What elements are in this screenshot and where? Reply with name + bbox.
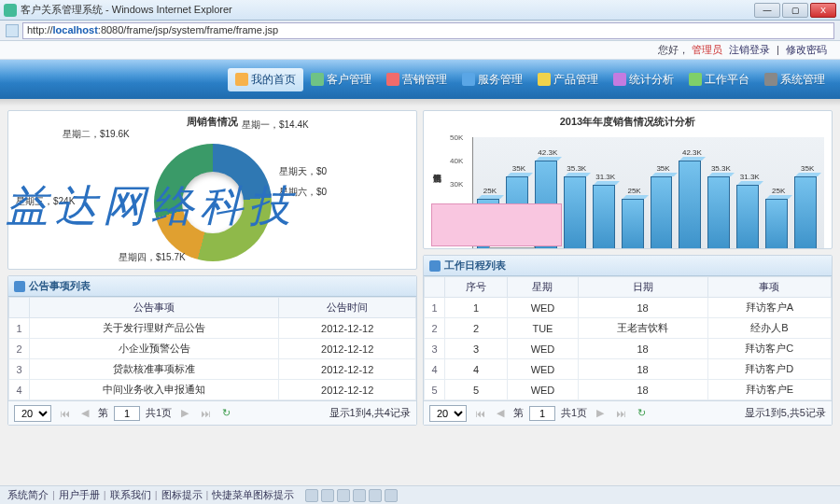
footer-link[interactable]: 联系我们 xyxy=(110,489,151,500)
pager-page-input[interactable] xyxy=(529,406,555,421)
table-cell: WED xyxy=(508,298,578,318)
nav-icon xyxy=(613,73,626,86)
table-cell: 4 xyxy=(9,380,30,400)
pie-slice-label: 星期二，$19.6K xyxy=(63,128,130,141)
pager-next-button[interactable]: ▶ xyxy=(593,406,608,421)
change-password-link[interactable]: 修改密码 xyxy=(786,44,827,55)
footer-icon[interactable] xyxy=(305,489,318,502)
footer-link[interactable]: 图标提示 xyxy=(161,489,203,500)
pager-first-button[interactable]: ⏮ xyxy=(472,406,487,421)
bar: 31.3K xyxy=(736,185,763,249)
window-maximize-button[interactable]: ▢ xyxy=(782,3,808,18)
table-row[interactable]: 2小企业预警公告2012-12-12 xyxy=(9,339,416,359)
footer-link[interactable]: 快捷菜单图标提示 xyxy=(212,489,294,500)
url-field[interactable]: http://localhost:8080/frame/jsp/system/f… xyxy=(22,22,834,39)
col-time: 公告时间 xyxy=(279,298,416,318)
table-cell: 2 xyxy=(445,318,508,339)
table-cell: 中间业务收入申报通知 xyxy=(30,380,279,400)
announcement-table: 公告事项 公告时间 1关于发行理财产品公告2012-12-122小企业预警公告2… xyxy=(8,297,416,400)
pie-slice-label: 星期一，$14.4K xyxy=(242,119,309,132)
weekly-sales-chart: 周销售情况 星期一，$14.4K星期二，$19.6K星期三，$24K星期四，$1… xyxy=(7,110,417,270)
nav-item[interactable]: 我的首页 xyxy=(228,68,303,91)
nav-item[interactable]: 服务管理 xyxy=(455,68,530,91)
nav-label: 系统管理 xyxy=(780,72,825,88)
pager-last-button[interactable]: ⏭ xyxy=(613,406,628,421)
table-row[interactable]: 33WED18拜访客户C xyxy=(425,339,832,359)
nav-icon xyxy=(689,73,702,86)
footer-icon-tray xyxy=(305,489,398,502)
pager-info: 显示1到5,共5记录 xyxy=(745,406,826,420)
nav-item[interactable]: 工作平台 xyxy=(681,68,757,91)
logout-link[interactable]: 注销登录 xyxy=(729,44,770,55)
table-row[interactable]: 3贷款核准事项标准2012-12-12 xyxy=(9,359,416,380)
window-close-button[interactable]: X xyxy=(810,3,836,18)
bar: 35.3K xyxy=(707,176,734,249)
nav-label: 统计分析 xyxy=(629,72,674,88)
panel-icon xyxy=(429,260,441,272)
panel-icon xyxy=(14,281,25,292)
bar: 35K xyxy=(794,176,820,249)
page-size-select[interactable]: 20 xyxy=(14,405,51,422)
page-size-select[interactable]: 20 xyxy=(429,405,467,422)
user-info-bar: 您好， 管理员 注销登录 | 修改密码 xyxy=(0,41,840,60)
table-cell: 2 xyxy=(425,318,445,339)
pager-next-button[interactable]: ▶ xyxy=(177,406,192,421)
footer-link[interactable]: 系统简介 xyxy=(7,489,49,500)
nav-label: 我的首页 xyxy=(251,72,296,88)
bar: 31.3K xyxy=(593,185,619,249)
current-user-role: 管理员 xyxy=(692,44,722,55)
bar: 35K xyxy=(651,176,677,249)
pager-first-button[interactable]: ⏮ xyxy=(57,406,72,421)
window-titlebar: 客户关系管理系统 - Windows Internet Explorer — ▢… xyxy=(0,0,840,21)
col-subject: 公告事项 xyxy=(30,298,279,318)
nav-item[interactable]: 系统管理 xyxy=(757,68,833,91)
nav-icon xyxy=(235,73,248,86)
table-row[interactable]: 1关于发行理财产品公告2012-12-12 xyxy=(9,318,416,339)
table-cell: 1 xyxy=(425,298,445,318)
pager-last-button[interactable]: ⏭ xyxy=(198,406,213,421)
pager-prev-button[interactable]: ◀ xyxy=(493,406,508,421)
nav-label: 客户管理 xyxy=(327,72,371,88)
table-row[interactable]: 22TUE王老吉饮料经办人B xyxy=(425,318,832,339)
nav-item[interactable]: 产品管理 xyxy=(530,68,606,91)
table-cell: 3 xyxy=(445,339,508,359)
pie-slice-label: 星期六，$0 xyxy=(279,186,327,199)
pager-page-label: 第 xyxy=(98,406,108,420)
greeting-label: 您好， xyxy=(658,44,689,55)
bar: 42.3K xyxy=(679,161,705,249)
footer-icon[interactable] xyxy=(337,489,350,502)
table-row[interactable]: 4中间业务收入申报通知2012-12-12 xyxy=(9,380,416,400)
bar-title: 2013年年度销售情况统计分析 xyxy=(424,111,832,133)
table-cell: 2012-12-12 xyxy=(279,318,416,339)
table-row[interactable]: 11WED18拜访客户A xyxy=(425,298,832,318)
table-row[interactable]: 55WED18拜访客户E xyxy=(425,380,832,400)
nav-item[interactable]: 统计分析 xyxy=(606,68,681,91)
table-cell: 2012-12-12 xyxy=(279,359,416,380)
nav-item[interactable]: 客户管理 xyxy=(303,68,379,91)
footer-icon[interactable] xyxy=(385,489,398,502)
footer-link[interactable]: 用户手册 xyxy=(59,489,100,500)
nav-item[interactable]: 营销管理 xyxy=(379,68,455,91)
table-cell: WED xyxy=(508,339,578,359)
schedule-table: 序号 星期 日期 事项 11WED18拜访客户A22TUE王老吉饮料经办人B33… xyxy=(424,276,832,400)
table-cell: 拜访客户D xyxy=(707,359,831,380)
chart-legend-box xyxy=(431,203,562,246)
nav-label: 营销管理 xyxy=(402,72,447,88)
pager-refresh-button[interactable]: ↻ xyxy=(634,406,649,421)
table-cell: 5 xyxy=(425,380,445,400)
bar: 25K xyxy=(765,199,791,249)
main-nav: 我的首页客户管理营销管理服务管理产品管理统计分析工作平台系统管理 xyxy=(0,60,840,99)
pager-prev-button[interactable]: ◀ xyxy=(77,406,92,421)
window-minimize-button[interactable]: — xyxy=(754,3,780,18)
pager-page-input[interactable] xyxy=(114,406,140,421)
table-cell: 4 xyxy=(445,359,508,380)
pie-slice-label: 星期三，$24K xyxy=(16,195,75,208)
footer-icon[interactable] xyxy=(369,489,382,502)
page-icon xyxy=(6,24,19,37)
nav-label: 服务管理 xyxy=(478,72,523,88)
footer-icon[interactable] xyxy=(353,489,366,502)
footer-icon[interactable] xyxy=(321,489,334,502)
table-row[interactable]: 44WED18拜访客户D xyxy=(425,359,832,380)
pager-refresh-button[interactable]: ↻ xyxy=(218,406,233,421)
table-cell: 王老吉饮料 xyxy=(578,318,707,339)
